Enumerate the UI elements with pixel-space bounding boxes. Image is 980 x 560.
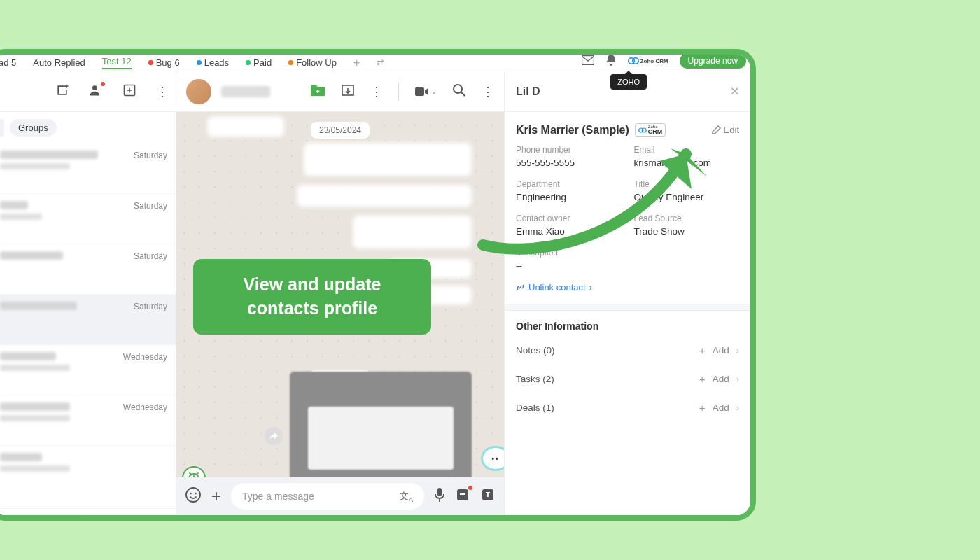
add-label[interactable]: Add: [713, 402, 729, 413]
field-label: Email: [634, 145, 740, 155]
plus-icon[interactable]: +: [699, 402, 706, 414]
edit-button[interactable]: Edit: [712, 125, 739, 135]
add-label[interactable]: Add: [713, 374, 729, 384]
avatar[interactable]: [186, 79, 211, 104]
svg-point-11: [190, 493, 192, 495]
callout-line-1: View and update: [221, 273, 403, 297]
list-item[interactable]: Saturday: [0, 295, 176, 345]
list-item[interactable]: Wednesday: [0, 396, 176, 446]
tab-leads-label: Leads: [204, 57, 229, 68]
crm-details-panel: Lil D ✕ Kris Marrier (Sample) ZohoCRM Ed…: [504, 71, 750, 515]
other-info-title: Other Information: [505, 311, 750, 336]
message-blurred: [353, 216, 472, 249]
field-label: Title: [634, 179, 740, 189]
message-blurred: [304, 143, 472, 176]
edit-label: Edit: [724, 125, 739, 135]
mic-icon[interactable]: [434, 487, 445, 505]
list-item[interactable]: Saturday: [0, 144, 176, 194]
tab-leads[interactable]: Leads: [197, 57, 229, 68]
crm-badge-text: CRM: [648, 128, 663, 135]
deals-row[interactable]: Deals (1) + Add ›: [505, 393, 750, 422]
quick-reply-icon[interactable]: [455, 487, 470, 505]
annotation-callout: View and update contacts profile: [193, 259, 431, 335]
list-item[interactable]: Saturday: [0, 194, 176, 244]
reminder-icon[interactable]: [182, 466, 206, 477]
field-value: Quality Engineer: [634, 192, 740, 202]
message-input-row: + Type a message 文A: [176, 477, 504, 515]
tab-auto-replied[interactable]: Auto Replied: [33, 57, 85, 68]
chat-date: Wednesday: [123, 402, 167, 412]
svg-point-10: [186, 488, 200, 502]
plus-icon[interactable]: +: [699, 344, 706, 356]
crm-integration-icon[interactable]: Zoho CRM: [628, 55, 668, 66]
date-divider: 23/05/2024: [311, 122, 370, 139]
assistant-icon[interactable]: [483, 448, 504, 469]
filter-groups[interactable]: Groups: [10, 119, 57, 136]
message-blurred: [297, 185, 472, 207]
field-label: Phone number: [516, 145, 622, 155]
conversation-header: ⋮ ⌄ ⋮: [176, 71, 504, 112]
list-item[interactable]: Wednesday: [0, 345, 176, 396]
compose-icon[interactable]: [122, 83, 136, 100]
field-value: --: [516, 260, 739, 271]
tasks-row[interactable]: Tasks (2) + Add ›: [505, 365, 750, 393]
chat-more-icon[interactable]: ⋮: [370, 84, 383, 99]
plus-icon[interactable]: +: [699, 373, 706, 385]
message-input[interactable]: Type a message 文A: [231, 483, 424, 510]
mail-icon[interactable]: [582, 55, 594, 67]
archive-icon[interactable]: [341, 83, 355, 100]
new-folder-icon[interactable]: [310, 84, 326, 99]
conversation-body[interactable]: 23/05/2024 View and update contacts prof…: [176, 112, 504, 477]
field-owner: Contact owner Emma Xiao: [516, 214, 622, 237]
video-call-icon[interactable]: ⌄: [414, 86, 437, 97]
field-label: Department: [516, 179, 622, 189]
new-chat-icon[interactable]: [55, 83, 69, 100]
field-label: Contact owner: [516, 214, 622, 223]
tab-settings-icon[interactable]: ⇄: [377, 57, 384, 68]
unlink-contact-button[interactable]: Unlink contact ›: [505, 282, 750, 304]
crm-contact-name: Kris Marrier (Sample): [516, 124, 629, 136]
field-value: Engineering: [516, 192, 622, 202]
field-department: Department Engineering: [516, 179, 622, 202]
translate-icon[interactable]: 文A: [400, 490, 413, 503]
top-tab-bar: ad 5 Auto Replied Test 12 Bug 6 Leads Pa…: [0, 55, 750, 71]
tab-add[interactable]: +: [354, 57, 360, 69]
tab-unread[interactable]: ad 5: [0, 57, 16, 68]
bell-icon[interactable]: [606, 54, 617, 69]
chat-list[interactable]: Saturday Saturday Saturday Saturday Wedn…: [0, 144, 176, 515]
contact-name-blurred: [221, 86, 270, 97]
crm-brand-label: Zoho CRM: [640, 58, 668, 64]
notes-row[interactable]: Notes (0) + Add ›: [505, 336, 750, 365]
template-icon[interactable]: [480, 487, 496, 505]
field-lead-source: Lead Source Trade Show: [634, 214, 740, 237]
filter-all[interactable]: [0, 119, 4, 136]
attach-icon[interactable]: +: [211, 486, 221, 506]
field-email: Email krismarrier@ .com: [634, 145, 740, 168]
list-item[interactable]: [0, 446, 176, 509]
add-label[interactable]: Add: [713, 345, 729, 356]
add-contact-icon[interactable]: [89, 83, 103, 100]
svg-point-12: [195, 493, 197, 495]
crm-source-badge: ZohoCRM: [635, 123, 666, 136]
close-icon[interactable]: ✕: [730, 85, 739, 98]
field-label: Description: [516, 248, 739, 258]
svg-rect-15: [460, 493, 465, 495]
list-item[interactable]: 04/06/2024: [0, 509, 176, 515]
message-placeholder: Type a message: [242, 491, 314, 502]
emoji-icon[interactable]: [185, 486, 202, 506]
tab-test[interactable]: Test 12: [102, 56, 132, 69]
crm-fields: Phone number 555-555-5555 Email krismarr…: [505, 141, 750, 282]
tab-follow-up[interactable]: Follow Up: [288, 57, 337, 68]
more-icon[interactable]: ⋮: [156, 84, 169, 99]
list-item[interactable]: Saturday: [0, 244, 176, 295]
tab-bug[interactable]: Bug 6: [148, 57, 180, 68]
tab-paid[interactable]: Paid: [246, 57, 272, 68]
search-icon[interactable]: [452, 83, 466, 100]
crm-panel-title: Lil D: [516, 85, 540, 98]
upgrade-button[interactable]: Upgrade now: [680, 53, 746, 69]
conversation-menu-icon[interactable]: ⋮: [482, 84, 494, 99]
zoho-tooltip: ZOHO: [610, 74, 647, 90]
deals-label: Deals (1): [516, 402, 554, 413]
field-value: Emma Xiao: [516, 226, 622, 237]
forward-icon[interactable]: [265, 427, 283, 445]
